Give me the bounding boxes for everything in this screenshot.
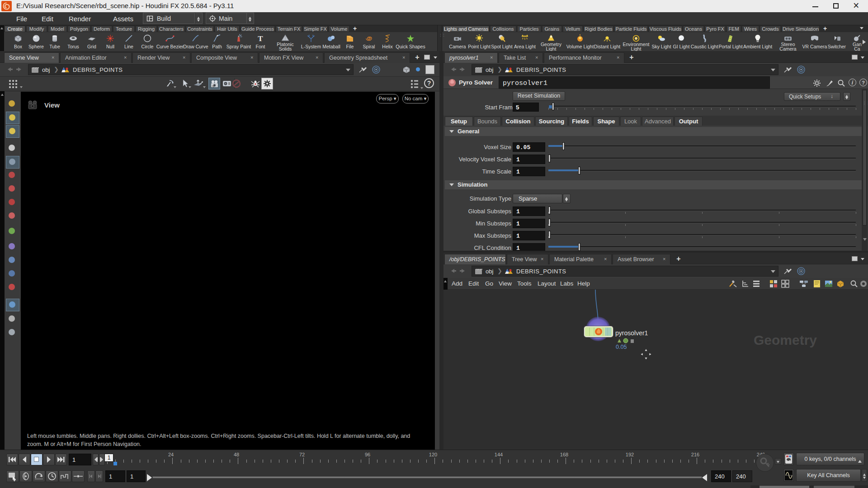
svg-text:T: T bbox=[258, 34, 263, 43]
svg-text:rgb: rgb bbox=[212, 84, 215, 87]
